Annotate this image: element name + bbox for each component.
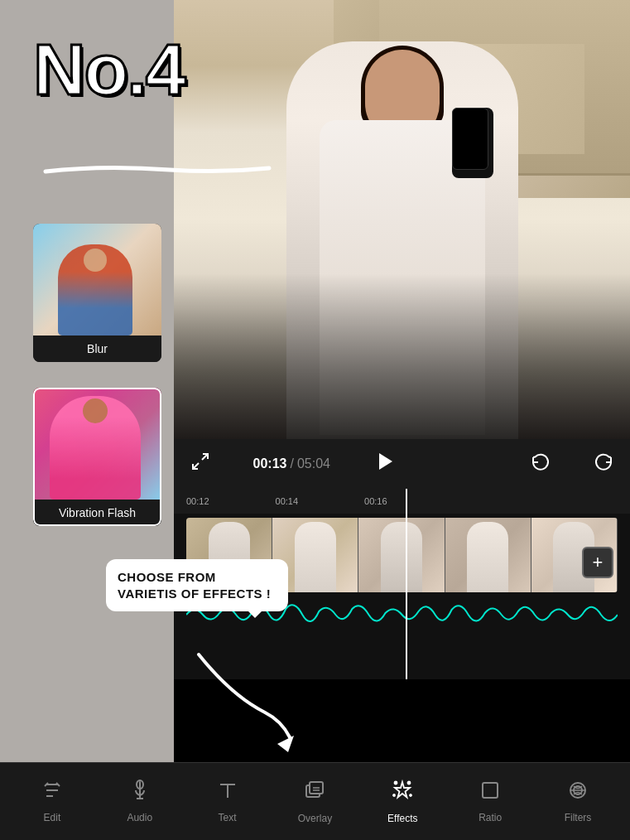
toolbar-item-filters[interactable]: Filters xyxy=(549,773,607,830)
undo-button[interactable] xyxy=(531,451,551,476)
svg-rect-22 xyxy=(483,783,498,798)
tick-2: 00:14 xyxy=(276,496,299,506)
text-label: Text xyxy=(219,812,237,823)
ratio-label: Ratio xyxy=(479,812,502,823)
effects-icon xyxy=(391,779,414,808)
title-underline xyxy=(37,162,277,176)
toolbar-item-edit[interactable]: Edit xyxy=(23,773,81,830)
filters-icon xyxy=(567,780,589,807)
strip-frame-3 xyxy=(358,518,445,592)
svg-marker-2 xyxy=(379,453,392,470)
vibration-person-head xyxy=(83,398,108,423)
ratio-icon xyxy=(479,780,501,807)
time-display: 00:13 / 05:04 xyxy=(253,456,330,471)
frame-person-3 xyxy=(381,522,422,592)
time-ruler: 00:12 00:14 00:16 xyxy=(174,489,630,514)
vibration-person-body xyxy=(50,396,141,500)
svg-line-6 xyxy=(45,783,48,786)
annotation-bubble: CHOOSE FROM VARIETIS OF EFFECTS ! xyxy=(106,559,288,611)
filters-label: Filters xyxy=(565,812,592,823)
blur-card-thumbnail xyxy=(33,224,161,336)
title-text: No.4 xyxy=(33,28,185,110)
blur-effect-card[interactable]: Blur xyxy=(33,224,161,362)
text-icon xyxy=(217,780,238,807)
svg-point-19 xyxy=(408,782,411,784)
svg-point-18 xyxy=(395,782,397,784)
vibration-card-label: Vibration Flash xyxy=(33,500,161,526)
edit-icon xyxy=(41,780,63,807)
video-background xyxy=(174,0,630,439)
blur-person-body xyxy=(58,244,132,336)
person-phone xyxy=(452,108,493,178)
edit-label: Edit xyxy=(44,812,61,823)
tick-3: 00:16 xyxy=(364,496,387,506)
svg-line-1 xyxy=(193,463,199,469)
overlay-label: Overlay xyxy=(298,813,332,824)
annotation-arrow xyxy=(149,646,331,762)
add-clip-button[interactable]: + xyxy=(582,547,613,578)
current-time: 00:13 xyxy=(253,456,287,471)
play-button[interactable] xyxy=(373,450,396,479)
svg-line-7 xyxy=(56,783,60,786)
toolbar-item-text[interactable]: Text xyxy=(199,773,257,830)
total-time: 05:04 xyxy=(297,456,330,471)
video-dark-overlay xyxy=(174,273,630,439)
svg-marker-17 xyxy=(395,782,410,798)
vibration-card-thumbnail xyxy=(33,388,161,500)
svg-point-21 xyxy=(410,794,411,796)
frame-person-2 xyxy=(295,522,336,592)
vibration-effect-card[interactable]: Vibration Flash xyxy=(33,388,161,526)
blur-card-label: Blur xyxy=(33,336,161,362)
expand-button[interactable] xyxy=(190,451,210,476)
page-title: No.4 xyxy=(33,33,185,106)
overlay-icon xyxy=(303,779,326,808)
bottom-toolbar: Edit Audio Text xyxy=(0,762,630,840)
blur-person-head xyxy=(84,249,107,272)
toolbar-item-audio[interactable]: Audio xyxy=(111,773,169,830)
playhead-line xyxy=(406,489,407,679)
effects-label: Effects xyxy=(387,813,417,824)
toolbar-item-effects[interactable]: Effects xyxy=(373,772,431,831)
audio-label: Audio xyxy=(127,812,152,823)
frame-person-4 xyxy=(467,522,508,592)
toolbar-item-overlay[interactable]: Overlay xyxy=(286,772,344,831)
video-preview xyxy=(174,0,630,439)
annotation-text: CHOOSE FROM VARIETIS OF EFFECTS ! xyxy=(118,570,271,601)
svg-line-0 xyxy=(202,454,208,460)
redo-button[interactable] xyxy=(594,451,613,476)
time-separator: / xyxy=(290,456,293,471)
strip-frame-4 xyxy=(445,518,531,592)
audio-icon xyxy=(129,780,151,807)
playback-bar: 00:13 / 05:04 xyxy=(174,439,630,489)
phone-screen xyxy=(452,108,488,170)
svg-point-20 xyxy=(393,794,395,796)
toolbar-item-ratio[interactable]: Ratio xyxy=(461,773,519,830)
tick-1: 00:12 xyxy=(186,496,209,506)
